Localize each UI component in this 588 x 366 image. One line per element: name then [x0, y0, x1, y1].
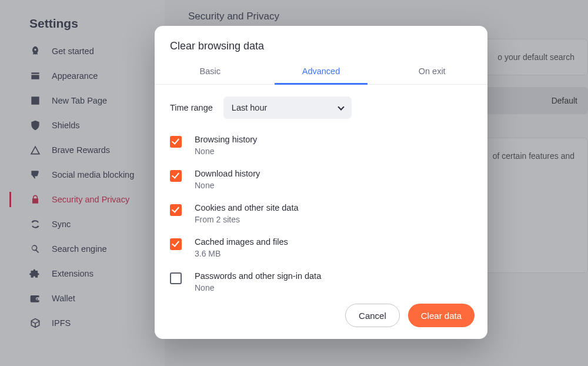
data-type-title: Cached images and files [195, 237, 472, 247]
data-type-sub: None [195, 181, 472, 190]
data-type-text: Browsing historyNone [195, 135, 472, 156]
dialog-title: Clear browsing data [155, 26, 487, 61]
cancel-button[interactable]: Cancel [345, 304, 400, 327]
data-type-sub: None [195, 283, 472, 292]
data-type-row: Download historyNone [170, 162, 472, 197]
data-type-title: Browsing history [195, 135, 472, 144]
data-type-sub: 3.6 MB [195, 249, 472, 258]
time-range-row: Time range Last hour [155, 85, 487, 124]
data-type-row: Passwords and other sign-in dataNone [170, 265, 472, 294]
data-types-list: Browsing historyNoneDownload historyNone… [155, 124, 487, 294]
clear-data-button[interactable]: Clear data [408, 304, 475, 327]
data-type-sub: From 2 sites [195, 215, 472, 224]
data-type-row: Cookies and other site dataFrom 2 sites [170, 197, 472, 231]
data-type-text: Passwords and other sign-in dataNone [195, 271, 472, 292]
data-type-sub: None [195, 147, 472, 156]
data-type-row: Cached images and files3.6 MB [170, 231, 472, 265]
data-type-text: Cached images and files3.6 MB [195, 237, 472, 258]
data-type-text: Download historyNone [195, 169, 472, 190]
data-type-checkbox[interactable] [170, 170, 182, 182]
dialog-footer: Cancel Clear data [155, 294, 487, 339]
time-range-label: Time range [170, 103, 213, 112]
data-type-title: Passwords and other sign-in data [195, 271, 472, 281]
data-type-checkbox[interactable] [170, 238, 182, 250]
dialog-tabs: BasicAdvancedOn exit [155, 61, 487, 85]
clear-browsing-data-dialog: Clear browsing data BasicAdvancedOn exit… [155, 26, 487, 339]
data-type-title: Download history [195, 169, 472, 178]
chevron-down-icon [338, 104, 344, 110]
time-range-value: Last hour [232, 103, 267, 112]
data-type-row: Browsing historyNone [170, 128, 472, 162]
data-type-checkbox[interactable] [170, 204, 182, 216]
tab-advanced[interactable]: Advanced [266, 61, 377, 84]
data-type-text: Cookies and other site dataFrom 2 sites [195, 203, 472, 224]
time-range-select[interactable]: Last hour [223, 97, 352, 119]
data-type-checkbox[interactable] [170, 136, 182, 148]
tab-basic[interactable]: Basic [155, 61, 266, 84]
data-type-checkbox[interactable] [170, 272, 182, 284]
data-type-title: Cookies and other site data [195, 203, 472, 212]
tab-on-exit[interactable]: On exit [376, 61, 487, 84]
